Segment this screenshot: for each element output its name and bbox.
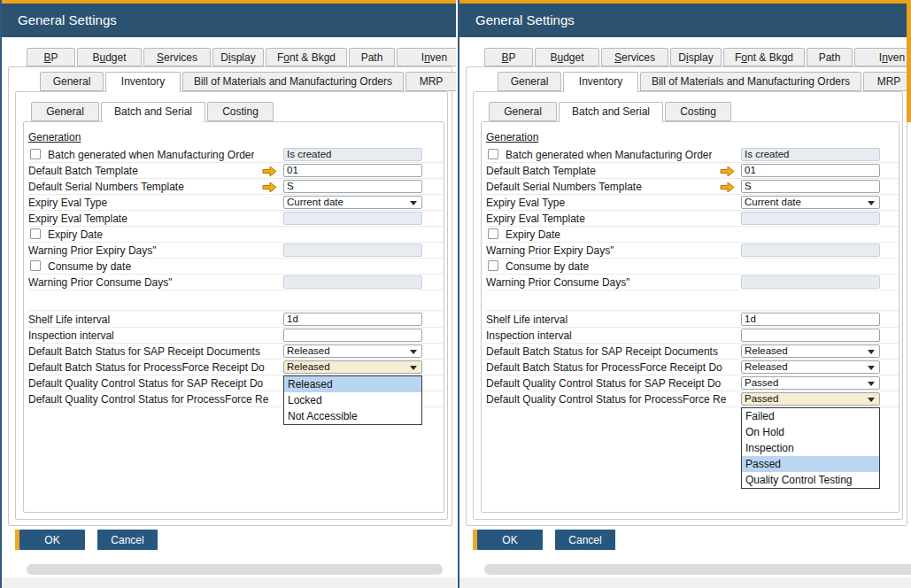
batch-status-sap-select[interactable]: Released xyxy=(283,344,422,358)
tab-costing[interactable]: Costing xyxy=(207,102,274,121)
inspection-interval-field[interactable] xyxy=(741,329,880,342)
form-row: Expiry Eval Type Current date xyxy=(486,195,899,211)
dropdown-arrow-icon xyxy=(868,350,875,354)
tab-general-2[interactable]: General xyxy=(498,72,561,91)
field-label: Expiry Date xyxy=(506,228,560,241)
dropdown-option-locked[interactable]: Locked xyxy=(284,392,421,408)
tab-budget[interactable]: Budget xyxy=(535,48,599,66)
form-row: Expiry Date xyxy=(486,227,899,243)
tab-inventory[interactable]: Inventory xyxy=(105,72,181,92)
batch-generated-checkbox[interactable] xyxy=(30,149,41,159)
form-row: Consume by date xyxy=(486,259,899,275)
link-arrow-icon[interactable] xyxy=(262,181,277,192)
default-serial-numbers-template-field[interactable]: S xyxy=(741,180,880,193)
tab-general-3[interactable]: General xyxy=(489,102,557,121)
inventory-tab-strip: General Inventory Bill of Materials and … xyxy=(40,72,456,92)
general-settings-window-left: General Settings BP Budget Services Disp… xyxy=(0,0,456,588)
form-row: Default Batch Status for SAP Receipt Doc… xyxy=(28,344,444,360)
cancel-button[interactable]: Cancel xyxy=(97,530,158,550)
tab-inventory[interactable]: Inventory xyxy=(563,72,638,92)
form-row: Inspection interval xyxy=(486,328,899,344)
ok-button[interactable]: OK xyxy=(477,530,543,550)
tab-general-3[interactable]: General xyxy=(31,102,99,121)
cancel-button[interactable]: Cancel xyxy=(555,530,615,550)
dropdown-option-not-accessible[interactable]: Not Accessible xyxy=(284,408,421,424)
tab-mrp[interactable]: MRP xyxy=(863,72,911,91)
link-arrow-icon[interactable] xyxy=(720,165,735,176)
warning-prior-consume-days-field xyxy=(741,275,880,289)
qc-status-sap-select[interactable]: Passed xyxy=(741,376,880,390)
horizontal-scrollbar[interactable] xyxy=(484,564,911,575)
tab-bp[interactable]: BP xyxy=(484,48,533,66)
link-arrow-icon[interactable] xyxy=(720,181,735,192)
expiry-eval-template-field xyxy=(741,212,880,225)
expiry-date-checkbox[interactable] xyxy=(30,228,41,239)
dropdown-option-quality-control-testing[interactable]: Quality Control Testing xyxy=(742,472,879,488)
window-titlebar[interactable]: General Settings xyxy=(459,4,911,37)
default-batch-template-field[interactable]: 01 xyxy=(741,164,880,177)
warning-prior-expiry-days-field xyxy=(283,244,422,257)
tab-path[interactable]: Path xyxy=(807,48,853,66)
default-batch-template-field[interactable]: 01 xyxy=(283,164,422,177)
field-label: Expiry Eval Type xyxy=(28,197,107,209)
inventory-tab-strip: General Inventory Bill of Materials and … xyxy=(498,72,911,92)
consume-by-date-checkbox[interactable] xyxy=(488,260,498,271)
batch-generated-checkbox[interactable] xyxy=(488,149,498,159)
tab-services[interactable]: Services xyxy=(143,48,211,66)
tab-inventory-top[interactable]: Inven xyxy=(854,48,911,66)
shelf-life-interval-field[interactable]: 1d xyxy=(283,313,422,326)
tab-costing[interactable]: Costing xyxy=(665,102,731,121)
tab-services[interactable]: Services xyxy=(601,48,668,66)
manufacturing-order-mode-field[interactable]: Is created xyxy=(283,148,422,161)
qc-status-processforce-select[interactable]: Passed xyxy=(741,392,880,406)
form-row: Inspection interval xyxy=(28,328,444,344)
generation-section-title: Generation xyxy=(28,131,81,143)
form-row: Batch generated when Manufacturing Order… xyxy=(486,147,899,163)
window-titlebar[interactable]: General Settings xyxy=(2,4,456,37)
tab-bom-manufacturing-orders[interactable]: Bill of Materials and Manufacturing Orde… xyxy=(640,72,861,91)
shelf-life-interval-field[interactable]: 1d xyxy=(741,313,880,326)
tab-mrp[interactable]: MRP xyxy=(405,72,456,91)
dropdown-option-on-hold[interactable]: On Hold xyxy=(742,424,879,440)
tab-path[interactable]: Path xyxy=(349,48,395,66)
batch-status-dropdown-list: Released Locked Not Accessible xyxy=(283,375,422,425)
batch-status-sap-select[interactable]: Released xyxy=(741,344,880,358)
tab-general-2[interactable]: General xyxy=(40,72,104,91)
dropdown-option-failed[interactable]: Failed xyxy=(742,408,879,424)
field-label: Warning Prior Consume Days" xyxy=(486,276,630,289)
form-row: Shelf Life interval 1d xyxy=(28,312,444,328)
tab-inventory-top[interactable]: Inven xyxy=(397,48,456,66)
dropdown-arrow-icon xyxy=(868,201,875,205)
batch-status-processforce-select[interactable]: Released xyxy=(741,360,880,374)
dropdown-option-released[interactable]: Released xyxy=(284,376,421,392)
window-title: General Settings xyxy=(475,12,575,27)
manufacturing-order-mode-field[interactable]: Is created xyxy=(741,148,880,161)
tab-budget[interactable]: Budget xyxy=(77,48,142,66)
tab-batch-and-serial[interactable]: Batch and Serial xyxy=(559,102,663,122)
inspection-interval-field[interactable] xyxy=(283,329,422,342)
tab-font-bkgd[interactable]: Font & Bkgd xyxy=(723,48,805,66)
field-label: Expiry Eval Type xyxy=(486,197,565,209)
tab-bom-manufacturing-orders[interactable]: Bill of Materials and Manufacturing Orde… xyxy=(182,72,404,91)
batch-status-processforce-select[interactable]: Released xyxy=(283,360,422,374)
ok-button[interactable]: OK xyxy=(19,530,85,550)
field-label: Default Quality Control Status for SAP R… xyxy=(28,377,263,390)
expiry-eval-type-select[interactable]: Current date xyxy=(283,196,422,209)
field-label: Default Batch Template xyxy=(486,165,596,177)
dropdown-option-passed[interactable]: Passed xyxy=(742,456,879,472)
expiry-date-checkbox[interactable] xyxy=(488,228,498,239)
dropdown-arrow-icon xyxy=(868,382,875,386)
link-arrow-icon[interactable] xyxy=(262,165,277,176)
tab-display[interactable]: Display xyxy=(670,48,722,66)
tab-display[interactable]: Display xyxy=(212,48,264,66)
horizontal-scrollbar[interactable] xyxy=(27,564,443,575)
tab-batch-and-serial[interactable]: Batch and Serial xyxy=(101,102,205,122)
field-label: Warning Prior Expiry Days" xyxy=(486,244,614,257)
expiry-eval-type-select[interactable]: Current date xyxy=(741,196,880,209)
default-serial-numbers-template-field[interactable]: S xyxy=(283,180,422,193)
tab-font-bkgd[interactable]: Font & Bkgd xyxy=(266,48,347,66)
field-label: Consume by date xyxy=(48,260,131,273)
consume-by-date-checkbox[interactable] xyxy=(30,260,41,271)
tab-bp[interactable]: BP xyxy=(27,48,75,66)
dropdown-option-inspection[interactable]: Inspection xyxy=(742,440,879,456)
